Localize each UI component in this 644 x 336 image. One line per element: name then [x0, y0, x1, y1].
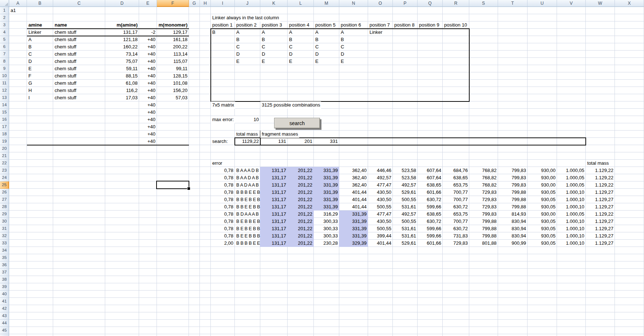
cell-J30[interactable]: B E B B E B L: [235, 218, 260, 225]
row-header-36[interactable]: 36: [0, 261, 9, 269]
cell-O24[interactable]: 492,57: [368, 174, 393, 181]
cell-C5[interactable]: chem stuff: [53, 36, 105, 43]
cell-B6[interactable]: B: [27, 43, 53, 51]
cell-U33[interactable]: 930,05: [528, 240, 557, 247]
cell-K5[interactable]: B: [260, 36, 288, 43]
column-header-R[interactable]: R: [443, 0, 469, 7]
cell-K19[interactable]: 131: [260, 138, 288, 145]
cell-T33[interactable]: 900,99: [498, 240, 528, 247]
row-header-24[interactable]: 24: [0, 174, 9, 181]
cell-J28[interactable]: B B E E B B L: [235, 203, 260, 211]
cell-B13[interactable]: I: [27, 94, 53, 101]
cell-Q24[interactable]: 607,64: [418, 174, 443, 181]
cell-U32[interactable]: 930,05: [528, 232, 557, 240]
cell-J31[interactable]: B E B E B B L: [235, 225, 260, 232]
cell-N6[interactable]: C: [339, 43, 368, 51]
cell-R30[interactable]: 700,77: [443, 218, 469, 225]
cell-E15[interactable]: +40: [139, 109, 157, 116]
cell-N28[interactable]: 401,44: [339, 203, 368, 211]
cell-J16[interactable]: 10: [235, 116, 260, 123]
cell-I26[interactable]: 0,78: [211, 189, 235, 196]
cell-O28[interactable]: 500,55: [368, 203, 393, 211]
column-header-D[interactable]: D: [105, 0, 139, 7]
cell-J33[interactable]: B B B B E E L: [235, 240, 260, 247]
cell-V30[interactable]: 1.000,10: [557, 218, 586, 225]
cell-W28[interactable]: 1.129,27: [586, 203, 615, 211]
cell-L3[interactable]: position 4: [288, 21, 314, 29]
cell-I2[interactable]: Linker always in the last column: [211, 14, 280, 21]
cell-I25[interactable]: 0,78: [211, 181, 235, 189]
cell-L32[interactable]: 201,22: [288, 232, 314, 240]
cell-E5[interactable]: +40: [139, 36, 157, 43]
cell-Q32[interactable]: 599,66: [418, 232, 443, 240]
cell-B4[interactable]: Linker: [27, 29, 53, 36]
cell-S23[interactable]: 768,82: [469, 167, 498, 174]
cell-J29[interactable]: B D A A A B: [235, 211, 260, 218]
cell-J27[interactable]: B B E B E B L: [235, 196, 260, 203]
cell-V25[interactable]: 1.000,05: [557, 181, 586, 189]
row-header-45[interactable]: 45: [0, 327, 9, 334]
cell-T23[interactable]: 799,83: [498, 167, 528, 174]
cell-T31[interactable]: 830,94: [498, 225, 528, 232]
cell-S29[interactable]: 799,83: [469, 211, 498, 218]
cell-L27[interactable]: 201,22: [288, 196, 314, 203]
row-header-33[interactable]: 33: [0, 240, 9, 247]
cell-L5[interactable]: B: [288, 36, 314, 43]
cell-L33[interactable]: 201,22: [288, 240, 314, 247]
column-header-F[interactable]: F: [157, 0, 189, 7]
row-header-7[interactable]: 7: [0, 51, 9, 58]
cell-Q3[interactable]: position 9: [418, 21, 443, 29]
cell-I24[interactable]: 0,78: [211, 174, 235, 181]
cell-S31[interactable]: 799,88: [469, 225, 498, 232]
cell-W29[interactable]: 1.129,22: [586, 211, 615, 218]
cell-P27[interactable]: 500,55: [393, 196, 418, 203]
cell-O26[interactable]: 430,50: [368, 189, 393, 196]
cell-K27[interactable]: 131,17: [260, 196, 288, 203]
cell-N24[interactable]: 362,40: [339, 174, 368, 181]
cell-O32[interactable]: 399,44: [368, 232, 393, 240]
row-header-9[interactable]: 9: [0, 65, 9, 72]
cell-U30[interactable]: 930,05: [528, 218, 557, 225]
cell-F4[interactable]: 129,17: [157, 29, 189, 36]
row-header-10[interactable]: 10: [0, 72, 9, 80]
cell-M25[interactable]: 331,39: [314, 181, 339, 189]
cell-T28[interactable]: 799,88: [498, 203, 528, 211]
cell-L30[interactable]: 201,22: [288, 218, 314, 225]
selection-fill-handle[interactable]: [187, 187, 190, 190]
cell-K33[interactable]: 131,17: [260, 240, 288, 247]
cell-W27[interactable]: 1.129,27: [586, 196, 615, 203]
cell-F5[interactable]: 161,18: [157, 36, 189, 43]
cell-E14[interactable]: +40: [139, 101, 157, 109]
cell-E7[interactable]: +40: [139, 51, 157, 58]
cell-N7[interactable]: D: [339, 51, 368, 58]
row-header-31[interactable]: 31: [0, 225, 9, 232]
cell-O30[interactable]: 430,50: [368, 218, 393, 225]
cell-F13[interactable]: 57,03: [157, 94, 189, 101]
cell-R24[interactable]: 638,65: [443, 174, 469, 181]
cell-P28[interactable]: 531,61: [393, 203, 418, 211]
cell-K31[interactable]: 131,17: [260, 225, 288, 232]
row-header-17[interactable]: 17: [0, 123, 9, 131]
column-header-M[interactable]: M: [314, 0, 339, 7]
cell-M8[interactable]: E: [314, 58, 339, 65]
cell-O31[interactable]: 500,55: [368, 225, 393, 232]
row-header-5[interactable]: 5: [0, 36, 9, 43]
cell-C9[interactable]: chem stuff: [53, 65, 105, 72]
cell-K28[interactable]: 131,17: [260, 203, 288, 211]
cell-N25[interactable]: 362,40: [339, 181, 368, 189]
cell-M24[interactable]: 331,39: [314, 174, 339, 181]
cell-I14[interactable]: 7x5 matrix: [211, 101, 235, 109]
cell-L23[interactable]: 201,22: [288, 167, 314, 174]
column-header-N[interactable]: N: [339, 0, 368, 7]
cell-E13[interactable]: +40: [139, 94, 157, 101]
row-header-11[interactable]: 11: [0, 80, 9, 87]
cell-I19[interactable]: search:: [211, 138, 235, 145]
cell-I33[interactable]: 2,00: [211, 240, 235, 247]
cell-W31[interactable]: 1.129,27: [586, 225, 615, 232]
cell-F9[interactable]: 99,11: [157, 65, 189, 72]
cell-R33[interactable]: 729,83: [443, 240, 469, 247]
cell-F8[interactable]: 115,07: [157, 58, 189, 65]
cell-M30[interactable]: 300,33: [314, 218, 339, 225]
cell-I31[interactable]: 0,78: [211, 225, 235, 232]
cell-K7[interactable]: D: [260, 51, 288, 58]
